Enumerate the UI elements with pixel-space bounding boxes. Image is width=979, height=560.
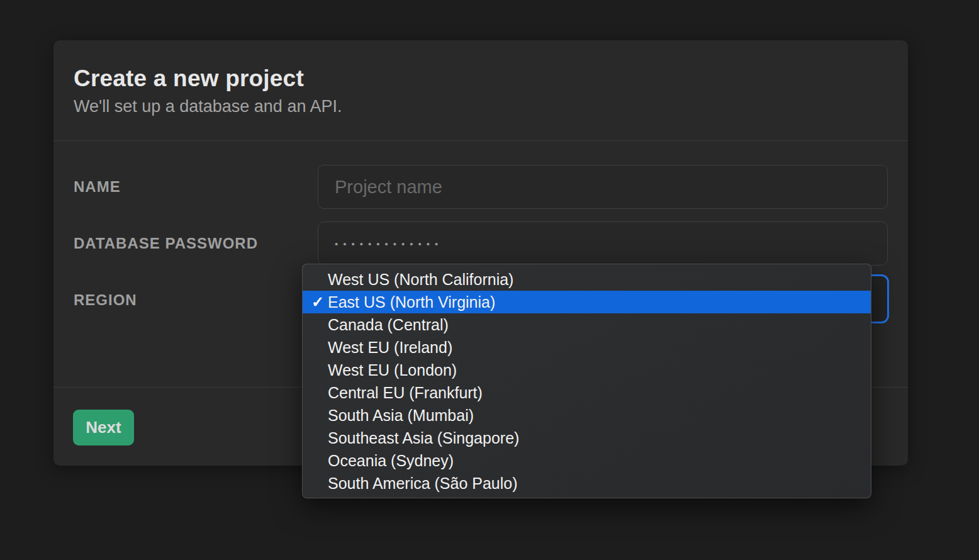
- page-title: Create a new project: [74, 64, 888, 93]
- region-option[interactable]: Oceania (Sydney): [303, 449, 871, 472]
- region-option-label: West US (North California): [328, 271, 513, 288]
- region-option[interactable]: Southeast Asia (Singapore): [303, 427, 871, 449]
- region-option-label: Canada (Central): [328, 316, 449, 333]
- region-option-label: Central EU (Frankfurt): [328, 384, 483, 401]
- region-option[interactable]: West EU (Ireland): [303, 336, 871, 359]
- region-dropdown-menu: West US (North California) ✓East US (Nor…: [302, 264, 871, 498]
- region-option-label: South Asia (Mumbai): [328, 406, 474, 424]
- database-password-label: DATABASE PASSWORD: [74, 235, 258, 252]
- region-option-selected[interactable]: ✓East US (North Virginia): [303, 291, 871, 313]
- region-option-label: Oceania (Sydney): [328, 452, 454, 469]
- region-option[interactable]: South America (São Paulo): [303, 472, 871, 495]
- checkmark-icon: ✓: [308, 291, 328, 313]
- region-option-label: West EU (Ireland): [328, 339, 452, 356]
- next-button[interactable]: Next: [73, 410, 134, 445]
- region-option[interactable]: Canada (Central): [303, 313, 871, 336]
- region-option[interactable]: West EU (London): [303, 359, 871, 381]
- region-option-label: East US (North Virginia): [328, 293, 495, 311]
- database-password-input[interactable]: [318, 221, 888, 266]
- page-subtitle: We'll set up a database and an API.: [74, 96, 888, 117]
- region-option[interactable]: West US (North California): [303, 268, 871, 291]
- region-option-label: Southeast Asia (Singapore): [328, 429, 519, 447]
- project-name-input[interactable]: [318, 165, 888, 209]
- dialog-header: Create a new project We'll set up a data…: [53, 40, 908, 141]
- name-label: NAME: [74, 178, 121, 196]
- region-label: REGION: [74, 291, 137, 309]
- region-option-label: South America (São Paulo): [328, 474, 518, 492]
- region-option-label: West EU (London): [328, 361, 457, 379]
- region-option[interactable]: Central EU (Frankfurt): [303, 381, 871, 404]
- region-option[interactable]: South Asia (Mumbai): [303, 404, 871, 427]
